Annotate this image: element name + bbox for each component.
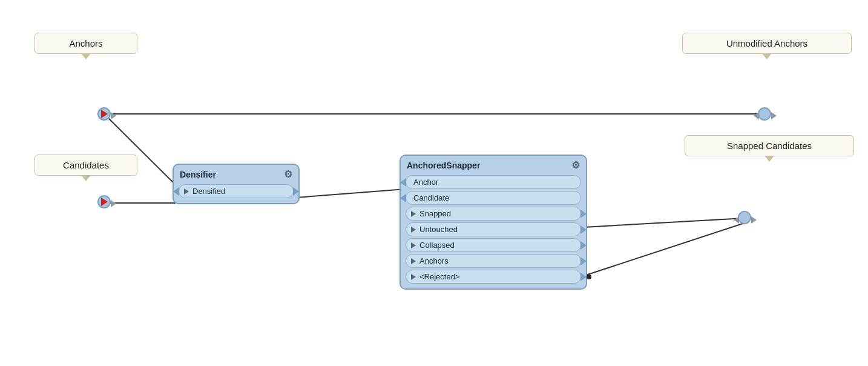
candidate-left-connector [400, 194, 406, 202]
canvas: Anchors Candidates Unmodified Anchors Sn… [0, 0, 868, 366]
anchored-snapper-title: AnchoredSnapper ⚙ [401, 156, 586, 173]
rejected-dot [587, 274, 591, 279]
candidates-label: Candidates [35, 155, 137, 176]
port-anchors-out[interactable]: Anchors [406, 254, 581, 268]
svg-line-3 [297, 189, 406, 198]
anchors-output-arrow [111, 112, 116, 119]
anchor-left-connector [400, 178, 406, 187]
port-anchor[interactable]: Anchor [406, 175, 581, 189]
port-snapped[interactable]: Snapped [406, 207, 581, 221]
densifier-gear-icon[interactable]: ⚙ [284, 168, 292, 180]
port-rejected[interactable]: <Rejected> [406, 270, 581, 284]
anchors-connector[interactable] [97, 107, 111, 121]
candidates-input-tri [101, 198, 108, 206]
anchors-out-tri [411, 258, 416, 264]
svg-line-5 [584, 223, 745, 276]
snapped-cands-left-arrow [734, 216, 739, 224]
collapsed-right-connector [580, 241, 587, 250]
rejected-tri [411, 274, 416, 280]
snapped-cands-right-arrow [751, 216, 757, 224]
candidates-connector[interactable] [97, 195, 111, 208]
rejected-right-connector [580, 273, 587, 281]
densified-right-connector [293, 187, 299, 196]
snapped-candidates-label: Snapped Candidates [685, 135, 854, 156]
densified-tri [184, 188, 189, 195]
unmodified-anchors-connector[interactable] [758, 107, 771, 121]
port-untouched[interactable]: Untouched [406, 222, 581, 236]
densified-left-connector [173, 187, 179, 196]
densifier-node[interactable]: Densifier ⚙ Densified [173, 164, 300, 204]
anchors-label: Anchors [35, 33, 137, 54]
snapped-candidates-connector[interactable] [738, 211, 751, 224]
anchors-out-right-connector [580, 257, 587, 265]
densifier-port-densified[interactable]: Densified [179, 184, 294, 198]
unmod-left-arrow [754, 112, 759, 119]
anchored-snapper-gear-icon[interactable]: ⚙ [571, 159, 580, 171]
snapped-tri [411, 211, 416, 217]
anchored-snapper-node[interactable]: AnchoredSnapper ⚙ Anchor Candidate Snapp… [399, 155, 587, 290]
unmodified-anchors-label: Unmodified Anchors [682, 33, 852, 54]
anchors-input-tri [101, 110, 108, 118]
port-candidate[interactable]: Candidate [406, 191, 581, 205]
port-collapsed[interactable]: Collapsed [406, 238, 581, 252]
unmod-right-arrow [771, 112, 777, 119]
untouched-right-connector [580, 225, 587, 234]
densifier-title: Densifier ⚙ [174, 165, 298, 182]
snapped-right-connector [580, 210, 587, 218]
collapsed-tri [411, 242, 416, 248]
untouched-tri [411, 227, 416, 233]
svg-line-4 [584, 218, 745, 227]
candidates-output-arrow [111, 200, 116, 207]
